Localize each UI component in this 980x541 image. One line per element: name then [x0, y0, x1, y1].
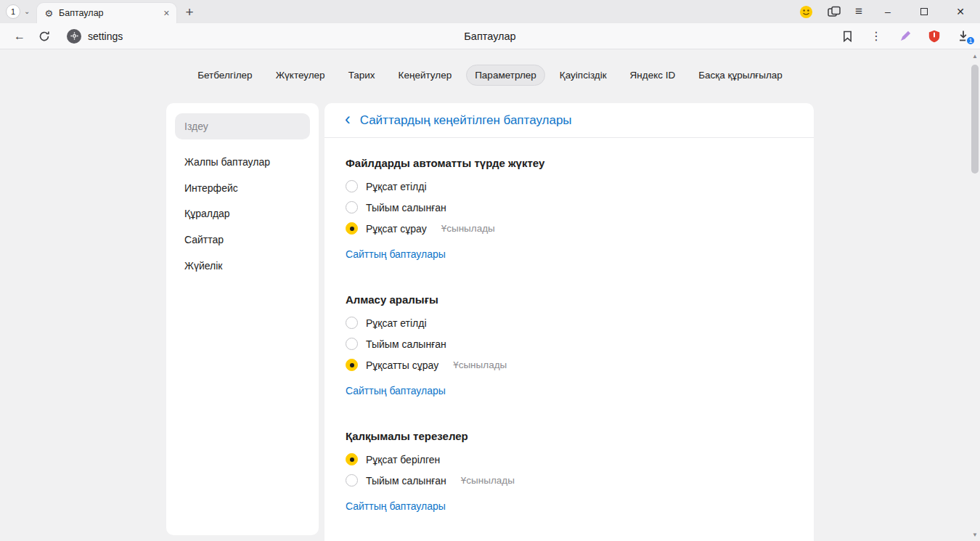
recommended-hint: Ұсынылады [461, 475, 515, 486]
shield-extension-icon[interactable] [925, 30, 944, 43]
radio-unchecked-icon[interactable] [346, 474, 358, 487]
scrollbar-thumb[interactable] [971, 65, 979, 174]
section-popups: Қалқымалы терезелер Рұқсат берілген Тыйы… [324, 430, 814, 512]
radio-label: Тыйым салынған [366, 475, 446, 487]
settings-top-nav: Бетбелгілер Жүктеулер Тарих Кеңейтулер П… [0, 64, 980, 86]
refresh-button[interactable] [32, 30, 57, 42]
radio-label: Рұқсат берілген [366, 454, 440, 465]
sidebar-list: Жалпы баптаулар Интерфейс Құралдар Сайтт… [175, 151, 310, 277]
section-title: Файлдарды автоматты түрде жүктеу [346, 157, 793, 169]
address-bar: Баптаулар ← settings ⋮ 1 [0, 23, 980, 49]
radio-option-allowed[interactable]: Рұқсат берілген [346, 449, 793, 470]
radio-label: Рұқсат етілді [366, 181, 427, 192]
sidebar-item-general[interactable]: Жалпы баптаулар [175, 151, 310, 174]
radio-unchecked-icon[interactable] [346, 338, 358, 350]
panel-title: Сайттардың кеңейтілген баптаулары [360, 113, 572, 128]
tab-count-badge: 1 [6, 4, 20, 19]
settings-main-panel: ‹ Сайттардың кеңейтілген баптаулары Файл… [324, 103, 814, 541]
nav-tab-downloads[interactable]: Жүктеулер [267, 65, 334, 86]
radio-label: Рұқсатты сұрау [366, 359, 438, 371]
scroll-down-icon[interactable]: ▼ [970, 532, 980, 538]
site-settings-link[interactable]: Сайттың баптаулары [346, 248, 446, 260]
section-title: Қалқымалы терезелер [346, 430, 793, 442]
page-scrollbar[interactable]: ▲ ▼ [970, 50, 980, 541]
maximize-icon [920, 8, 928, 15]
radio-checked-icon[interactable] [346, 359, 358, 371]
radio-unchecked-icon[interactable] [346, 317, 358, 329]
window-close-button[interactable]: ✕ [950, 6, 971, 17]
settings-sidebar: Жалпы баптаулар Интерфейс Құралдар Сайтт… [166, 103, 319, 535]
search-input[interactable] [175, 113, 310, 139]
radio-checked-icon[interactable] [346, 222, 358, 235]
scroll-up-icon[interactable]: ▲ [970, 53, 980, 60]
sidebar-item-sites[interactable]: Сайттар [175, 229, 310, 251]
page-title: Баптаулар [0, 30, 980, 42]
search-box [175, 113, 310, 139]
tab-strip: 1 ⌄ ⚙ Баптаулар × + ≡ – ✕ [0, 0, 980, 23]
radio-option-ask[interactable]: Рұқсатты сұрау Ұсынылады [346, 354, 793, 375]
site-settings-link[interactable]: Сайттың баптаулары [346, 385, 446, 396]
new-tab-button[interactable]: + [185, 5, 193, 19]
radio-option-blocked[interactable]: Тыйым салынған Ұсынылады [346, 470, 793, 491]
url-text: settings [88, 30, 123, 42]
back-chevron-icon[interactable]: ‹ [345, 111, 351, 128]
download-count-badge: 1 [965, 36, 976, 46]
maximize-button[interactable] [913, 8, 935, 15]
mood-smiley-icon[interactable] [799, 5, 813, 19]
tab-close-icon[interactable]: × [163, 8, 169, 18]
section-title: Алмасу аралығы [346, 293, 793, 306]
nav-tab-history[interactable]: Тарих [340, 65, 384, 86]
gear-icon: ⚙ [44, 9, 53, 18]
recommended-hint: Ұсынылады [453, 359, 507, 370]
nav-tab-other-devices[interactable]: Басқа құрылғылар [690, 65, 791, 86]
tab-counter[interactable]: 1 ⌄ [6, 4, 30, 19]
nav-tab-bookmarks[interactable]: Бетбелгілер [189, 65, 261, 86]
tab-title: Баптаулар [59, 8, 158, 18]
site-favicon [67, 29, 81, 44]
section-auto-download: Файлдарды автоматты түрде жүктеу Рұқсат … [324, 157, 814, 260]
radio-option-allowed[interactable]: Рұқсат етілді [346, 312, 793, 333]
nav-tab-security[interactable]: Қауіпсіздік [551, 65, 616, 86]
radio-option-blocked[interactable]: Тыйым салынған [346, 333, 793, 354]
sidebar-item-interface[interactable]: Интерфейс [175, 177, 310, 200]
nav-tab-yandex-id[interactable]: Яндекс ID [621, 65, 685, 86]
minimize-button[interactable]: – [877, 6, 899, 17]
settings-page: Бетбелгілер Жүктеулер Тарих Кеңейтулер П… [0, 49, 980, 541]
panel-header: ‹ Сайттардың кеңейтілген баптаулары [324, 103, 814, 138]
tab-panels-icon[interactable] [828, 6, 841, 17]
site-settings-link[interactable]: Сайттың баптаулары [346, 500, 446, 512]
radio-option-blocked[interactable]: Тыйым салынған [346, 197, 793, 218]
pen-extension-icon[interactable] [896, 30, 915, 42]
browser-tab-settings[interactable]: ⚙ Баптаулар × [37, 3, 176, 23]
downloads-icon[interactable]: 1 [954, 30, 973, 42]
bookmark-flag-icon[interactable] [838, 30, 857, 42]
radio-unchecked-icon[interactable] [346, 180, 358, 192]
radio-checked-icon[interactable] [346, 453, 358, 465]
url-field[interactable]: settings [67, 29, 123, 44]
radio-label: Рұқсат етілді [366, 317, 427, 329]
hamburger-menu-icon[interactable]: ≡ [855, 4, 862, 19]
sidebar-item-system[interactable]: Жүйелік [175, 255, 310, 277]
chevron-down-icon: ⌄ [24, 8, 30, 15]
radio-label: Тыйым салынған [366, 202, 446, 213]
toolbar-menu-icon[interactable]: ⋮ [867, 29, 886, 43]
back-button[interactable]: ← [7, 30, 32, 43]
section-clipboard: Алмасу аралығы Рұқсат етілді Тыйым салын… [324, 293, 814, 396]
recommended-hint: Ұсынылады [441, 223, 495, 234]
radio-label: Рұқсат сұрау [366, 223, 427, 235]
radio-label: Тыйым салынған [366, 338, 446, 350]
nav-tab-extensions[interactable]: Кеңейтулер [390, 65, 461, 86]
radio-unchecked-icon[interactable] [346, 201, 358, 213]
nav-tab-settings[interactable]: Параметрлер [466, 65, 545, 86]
radio-option-allowed[interactable]: Рұқсат етілді [346, 176, 793, 197]
sidebar-item-tools[interactable]: Құралдар [175, 203, 310, 225]
radio-option-ask[interactable]: Рұқсат сұрау Ұсынылады [346, 218, 793, 239]
